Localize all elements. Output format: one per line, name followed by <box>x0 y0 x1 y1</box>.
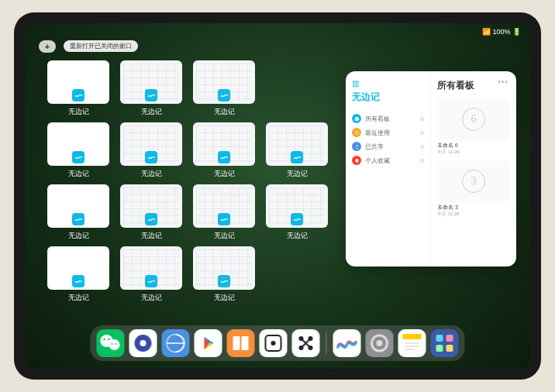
window-thumbnail[interactable]: 无边记 <box>47 184 110 243</box>
svg-point-5 <box>103 339 105 341</box>
window-thumbnail[interactable]: 无边记 <box>192 60 256 119</box>
freeform-app-icon <box>218 151 230 163</box>
window-thumbnail[interactable]: 无边记 <box>47 122 110 181</box>
thumbnail-preview <box>193 122 255 166</box>
thumbnail-preview <box>47 60 109 104</box>
thumbnail-preview <box>47 122 109 166</box>
board-sketch: 6 <box>462 108 485 131</box>
svg-point-4 <box>109 339 120 350</box>
add-button[interactable]: + <box>39 40 56 53</box>
board-thumbnail[interactable]: 3未命名 3今天 11:28 <box>437 160 510 202</box>
window-thumbnail[interactable]: 无边记 <box>192 246 256 305</box>
sidebar-item[interactable]: 个人收藏0 <box>352 153 424 167</box>
svg-rect-28 <box>446 345 453 352</box>
dock-barcode-icon[interactable] <box>292 329 320 357</box>
thumbnail-label: 无边记 <box>287 169 308 179</box>
freeform-panel[interactable]: ••• ▥ 无边记 所有看板0最近使用0已共享0个人收藏0 所有看板 6未命名 … <box>346 71 516 266</box>
dock-separator <box>326 332 327 355</box>
freeform-app-icon <box>218 275 230 287</box>
list-label: 所有看板 <box>365 115 390 123</box>
dock-notes-icon[interactable] <box>398 329 426 357</box>
window-thumbnail[interactable]: 无边记 <box>119 122 183 181</box>
sidebar-item[interactable]: 最近使用0 <box>352 126 424 139</box>
thumbnail-label: 无边记 <box>141 107 162 117</box>
window-thumbnail[interactable]: 无边记 <box>192 122 256 181</box>
thumbnail-label: 无边记 <box>141 293 162 303</box>
dock-appgrid-icon[interactable] <box>431 329 459 357</box>
thumbnail-preview <box>120 122 182 166</box>
window-thumbnail[interactable]: 无边记 <box>119 60 183 119</box>
board-time: 今天 11:28 <box>437 211 460 218</box>
more-icon[interactable]: ••• <box>498 77 508 86</box>
thumbnail-label: 无边记 <box>68 231 89 241</box>
dock-wechat-icon[interactable] <box>97 329 125 357</box>
list-icon <box>352 156 361 165</box>
sidebar-toggle-icon[interactable]: ▥ <box>352 79 424 88</box>
list-count: 0 <box>421 129 424 136</box>
status-indicators: 📶 100% 🔋 <box>482 28 521 36</box>
thumbnail-preview <box>193 246 255 290</box>
svg-rect-13 <box>233 336 240 350</box>
board-time: 今天 11:29 <box>437 149 460 156</box>
list-count: 0 <box>421 157 424 164</box>
dock-quark-icon[interactable] <box>129 329 157 357</box>
thumbnail-label: 无边记 <box>287 231 308 241</box>
dock-freeform-icon[interactable] <box>333 329 361 357</box>
svg-rect-26 <box>446 335 453 342</box>
thumbnail-preview <box>120 246 182 290</box>
sidebar-item[interactable]: 已共享0 <box>352 139 424 153</box>
list-label: 个人收藏 <box>365 156 390 165</box>
freeform-app-icon <box>218 213 230 225</box>
window-thumbnail[interactable]: 无边记 <box>192 184 256 243</box>
dock-play-icon[interactable] <box>195 329 222 357</box>
freeform-app-icon <box>145 89 157 101</box>
status-bar: 📶 100% 🔋 <box>25 26 530 37</box>
thumbnail-preview <box>193 184 255 228</box>
window-thumbnail[interactable]: 无边记 <box>265 122 329 181</box>
svg-rect-14 <box>242 336 249 350</box>
thumbnail-label: 无边记 <box>141 231 162 241</box>
svg-point-6 <box>108 339 110 341</box>
svg-point-16 <box>271 341 276 346</box>
list-count: 0 <box>421 143 424 150</box>
svg-rect-23 <box>403 334 422 339</box>
svg-point-8 <box>115 343 117 345</box>
dock-browser-icon[interactable] <box>162 329 190 357</box>
thumbnail-label: 无边记 <box>214 293 235 303</box>
list-icon <box>352 142 361 151</box>
thumbnail-preview <box>47 184 109 228</box>
window-thumbnail[interactable]: 无边记 <box>47 246 110 305</box>
thumbnail-label: 无边记 <box>68 293 89 303</box>
freeform-app-icon <box>291 151 303 163</box>
freeform-app-icon <box>218 89 230 101</box>
dock-dice-icon[interactable] <box>260 329 288 357</box>
svg-point-22 <box>377 340 383 346</box>
svg-rect-0 <box>355 117 359 121</box>
freeform-app-icon <box>72 275 84 287</box>
list-count: 0 <box>421 115 424 122</box>
window-thumbnail[interactable]: 无边记 <box>119 184 183 243</box>
svg-point-10 <box>140 340 147 346</box>
freeform-app-icon <box>72 213 84 225</box>
thumbnail-preview <box>120 184 182 228</box>
freeform-app-icon <box>72 151 84 163</box>
board-thumbnail[interactable]: 6未命名 6今天 11:29 <box>437 98 510 140</box>
list-label: 最近使用 <box>365 129 390 137</box>
thumbnail-preview <box>193 60 255 104</box>
sidebar-item[interactable]: 所有看板0 <box>352 112 424 126</box>
window-thumbnail[interactable]: 无边记 <box>265 184 329 243</box>
dock <box>91 325 465 361</box>
svg-point-2 <box>356 145 357 146</box>
dock-books-icon[interactable] <box>227 329 255 357</box>
thumbnail-label: 无边记 <box>214 231 235 241</box>
thumbnail-preview <box>47 246 109 290</box>
panel-left-title: 无边记 <box>352 91 424 104</box>
panel-sidebar: ▥ 无边记 所有看板0最近使用0已共享0个人收藏0 <box>346 71 431 266</box>
thumbnail-label: 无边记 <box>141 169 162 179</box>
reopen-closed-window-button[interactable]: 重新打开已关闭的窗口 <box>64 40 138 52</box>
svg-rect-25 <box>436 335 443 342</box>
window-thumbnail[interactable]: 无边记 <box>119 246 183 305</box>
freeform-app-icon <box>145 275 157 287</box>
dock-settings-icon[interactable] <box>366 329 394 357</box>
window-thumbnail[interactable]: 无边记 <box>47 60 110 119</box>
